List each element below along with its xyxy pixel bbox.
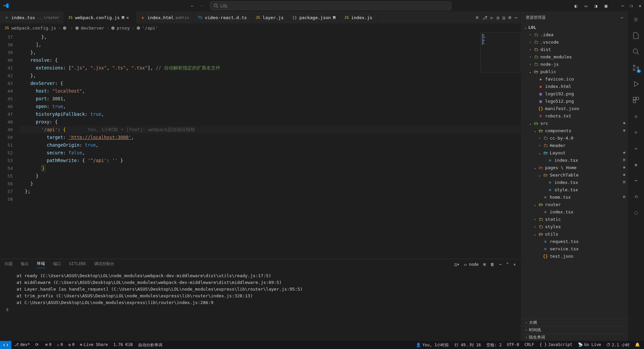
section-时间线[interactable]: ›时间线 [521,326,628,334]
close-icon[interactable]: ✕ [639,3,641,8]
status-sync[interactable]: ⟳ [33,342,43,347]
command-center-search[interactable]: LOL [210,1,451,10]
forward-icon[interactable]: → [201,3,203,8]
panel-tab-问题[interactable]: 问题 [5,261,13,268]
tab-webpack.config.js[interactable]: JS webpack.config.js M ✕ [64,12,136,23]
tree-item-node-js[interactable]: › 🗀 node-js [521,60,628,68]
tree-item-manifest.json[interactable]: {} manifest.json [521,105,628,112]
game-icon[interactable]: ∞ [632,144,640,153]
tree-item-Header[interactable]: › 🗀 Header [521,142,628,149]
status-行 49，列 16[interactable]: 行 49，列 16 [452,342,484,348]
tree-item-favicon.ico[interactable]: ★ favicon.ico [521,75,628,83]
bookmark-icon[interactable]: ⊙ [632,128,640,137]
tree-item-cc-by-4.0[interactable]: › 🗀 cc-by-4.0 [521,134,628,142]
breadcrumb[interactable]: JSwebpack.config.js›⬢›⬢devServer›⬢proxy›… [0,23,521,32]
files-icon[interactable] [632,31,640,40]
status-bell[interactable]: 🔔 [632,342,644,347]
split-term-icon[interactable]: ◫▾ [454,262,459,267]
status-空格: 2[interactable]: 空格: 2 [484,342,504,348]
tab-index.html[interactable]: ◆ index.html public [136,12,194,23]
back-icon[interactable]: ← [191,3,194,8]
more-icon[interactable]: ⋯ [515,15,517,20]
term-profile[interactable]: ▭ node [464,262,479,267]
maximize-panel-icon[interactable]: ^ [506,262,509,267]
tab-package.json[interactable]: {} package.json M [288,12,340,23]
tree-item-pages \ Home[interactable]: ⌄ 🗁 pages \ Home [521,164,628,171]
status-clock[interactable]: ⏱2.1 小时 [604,342,632,348]
timeline-icon[interactable]: ◷ [497,15,499,20]
status-live[interactable]: ⊚Live Share [77,342,110,347]
section-大纲[interactable]: ›大纲 [521,319,628,326]
commit-graph-icon[interactable]: ⎇ [482,15,487,20]
tree-item-request.tsx[interactable]: ⚛ request.tsx [521,238,628,245]
gitlens-icon[interactable]: ◉ [632,160,640,169]
code-editor[interactable]: 37 38 39 40 41 42 43 44 45 46 47 48 49 5… [0,32,521,259]
tree-item-index.tsx[interactable]: ⚛ index.tsx [521,208,628,215]
panel-toggle-icon[interactable]: ▭ [585,3,587,8]
tree-item-index.html[interactable]: ◆ index.html [521,83,628,90]
tree-item-components[interactable]: ⌄ 🗁 components [521,127,628,134]
customize-layout-icon[interactable]: ▦ [605,3,607,8]
breadcrumb-item[interactable]: '/api' [142,26,158,31]
tree-item-test.json[interactable]: {} test.json [521,252,628,260]
status-branch[interactable]: ⎇dev* [11,342,33,347]
tab-index.tsx[interactable]: ⚛ index.tsx ...\router [0,12,64,23]
panel-tab-GITLENS[interactable]: GITLENS [69,261,86,267]
status-1.76 KiB[interactable]: 1.76 KiB [111,342,136,347]
project-icon[interactable]: ⬡ [632,208,640,217]
panel-tab-终端[interactable]: 终端 [37,261,45,268]
maximize-icon[interactable]: ❐ [630,3,633,8]
minimap[interactable]: ████████████████████████████████████████… [480,32,521,72]
tree-item-utils[interactable]: ⌄ 🗁 utils [521,230,628,238]
status-CRLF[interactable]: CRLF [522,342,537,347]
breadcrumb-item[interactable]: devServer [81,26,104,31]
tree-item-.idea[interactable]: › 🗀 .idea [521,31,628,38]
tree-item-index.tsx[interactable]: ⚛ index.tsx M [521,179,628,186]
tree-item-dist[interactable]: › 🗀 dist [521,46,628,53]
more-icon[interactable]: ⋯ [499,262,501,267]
source-control-icon[interactable]: 6 [632,63,640,72]
status-UTF-8[interactable]: UTF-8 [504,342,522,347]
tree-item-src[interactable]: ⌄ 🗁 src [521,119,628,127]
status-err[interactable]: ⊗0 [43,342,54,347]
close-panel-icon[interactable]: ✕ [514,262,516,267]
layout-toggle-icon[interactable]: ◧ [575,3,577,8]
tree-item-robots.txt[interactable]: ≡ robots.txt [521,112,628,119]
code-content[interactable]: }, ], }, resolve: { extensions: [".js", … [19,32,521,259]
sidebar-right-icon[interactable]: ◨ [595,3,597,8]
run-icon[interactable]: ▷ [491,15,493,20]
compare-icon[interactable]: ⤱ [475,15,479,20]
tree-item-style.tsx[interactable]: ⚛ style.tsx [521,186,628,193]
tab-index.js[interactable]: JS index.js [340,12,377,23]
tab-video-react.d.ts[interactable]: TS video-react.d.ts [194,12,251,23]
breadcrumb-item[interactable]: proxy [117,26,130,31]
terminal-output[interactable]: at ready (C:\Users\ASUS\Desktop\LOL\node… [0,270,521,341]
tree-item-node_modules[interactable]: › 🗀 node_modules [521,53,628,60]
trash-icon[interactable]: 🗑 [490,262,494,267]
explorer-root[interactable]: ⌄ LOL [521,23,628,31]
tree-item-service.tsx[interactable]: ⚛ service.tsx [521,245,628,252]
status-warn[interactable]: ⚠0 [54,342,65,347]
section-陌生单词[interactable]: ›陌生单词 [521,334,628,341]
tree-item-Layout[interactable]: ⌄ 🗁 Layout [521,149,628,156]
panel-tab-输出[interactable]: 输出 [21,261,29,268]
more-icon[interactable]: ⋯ [621,15,623,20]
tree-item-styles[interactable]: › 🗀 styles [521,223,628,230]
tree-item-router[interactable]: ⌄ 🗁 router [521,201,628,208]
tree-item-public[interactable]: ⌄ 🗁 public [521,68,628,75]
status-radio[interactable]: 📡Go Live [575,342,604,347]
menu-icon[interactable]: ☰ [632,15,640,24]
extensions-icon[interactable] [632,96,640,104]
close-icon[interactable]: ✕ [126,15,132,20]
status-js[interactable]: { }JavaScript [537,342,575,347]
tree-item-static[interactable]: › 🗀 static [521,215,628,223]
share-icon[interactable]: ➦ [632,176,640,185]
panel-tab-调试控制台[interactable]: 调试控制台 [94,261,114,268]
minimize-icon[interactable]: ─ [622,3,624,8]
search-icon[interactable] [632,47,640,56]
split-icon[interactable]: ◫ [503,15,505,20]
breadcrumb-item[interactable]: webpack.config.js [11,26,56,31]
new-term-icon[interactable]: ⊞ [483,262,486,267]
status-port[interactable]: ⇅0 [66,342,77,347]
tab-layer.js[interactable]: JS layer.js [251,12,288,23]
